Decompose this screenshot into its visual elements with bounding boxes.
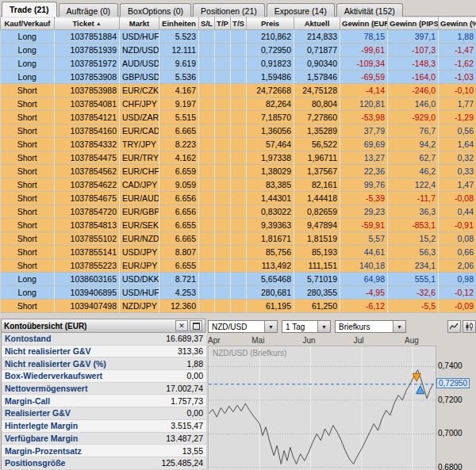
- instrument-select[interactable]: NZD/USD ▼: [208, 320, 278, 333]
- close-icon[interactable]: ✕: [175, 320, 188, 331]
- price-type-select[interactable]: Briefkurs ▼: [335, 320, 406, 333]
- cell-einheiten: 4.162: [159, 151, 199, 165]
- cell-side: Short: [1, 300, 55, 313]
- price-chart-plot[interactable]: NZD/USD (Briefkurs): [208, 346, 436, 470]
- tab-auftr-ge-0[interactable]: Aufträge (0): [59, 3, 118, 17]
- cell-gewinn-eur: -59,91: [340, 219, 388, 232]
- cell-ticket: 1037854160: [55, 124, 120, 138]
- cell-gewinn-pips: -929,0: [388, 111, 439, 124]
- cell-tp: [215, 84, 231, 97]
- cell-ticket: 1038603165: [55, 273, 120, 286]
- trade-row[interactable]: Long1037851939NZD/USD12.1110,729500,7187…: [1, 44, 476, 57]
- cell-einheiten: 6.665: [159, 232, 199, 246]
- tab-aktivit-t-152[interactable]: Aktivität (152): [336, 3, 403, 17]
- cell-gewinn-eur: -109,34: [340, 57, 388, 71]
- trade-row[interactable]: Short1037853988EUR/CZK4.16724,7266824,75…: [1, 84, 476, 97]
- trade-row[interactable]: Short1037854160EUR/CAD6.6651,360561,3528…: [1, 124, 476, 138]
- cell-gewinn-eur: 78,15: [340, 30, 388, 44]
- cell-preis: 280,681: [247, 286, 294, 300]
- cell-markt: TRY/JPY: [120, 138, 159, 151]
- column-header-gewinn-pct[interactable]: Gewinn (%): [439, 17, 476, 30]
- trade-row[interactable]: Short1037854813EUR/SEK6.6559,393639,4789…: [1, 219, 476, 232]
- window-glyph-icon: [193, 323, 200, 330]
- cell-ts: [231, 259, 247, 273]
- column-header-ticket[interactable]: Ticket▲: [55, 17, 120, 30]
- cell-side: Short: [1, 232, 55, 246]
- column-header-ts[interactable]: T/S: [231, 17, 247, 30]
- cell-side: Long: [1, 30, 55, 44]
- tab-trade-21[interactable]: Trade (21): [2, 2, 57, 17]
- trade-row[interactable]: Short1037854675EUR/AUD6.6561,443011,4441…: [1, 192, 476, 205]
- trade-row[interactable]: Long1038603165USD/DKK8.7215,654685,71019…: [1, 273, 476, 286]
- x-axis-label: Apr: [208, 336, 227, 345]
- cell-einheiten: 5.515: [159, 111, 199, 124]
- current-price-label: 0,72950: [436, 378, 470, 388]
- trade-row[interactable]: Short1037854081CHF/JPY9.19782,26480,8041…: [1, 97, 476, 111]
- trade-row[interactable]: Long1037851972AUD/USD9.6190,918230,90340…: [1, 57, 476, 71]
- column-header-gewinn-eur[interactable]: Gewinn (EUR): [340, 17, 388, 30]
- cell-ticket: 1039406895: [55, 286, 120, 300]
- cell-einheiten: 9.197: [159, 97, 199, 111]
- column-header-markt[interactable]: Markt: [120, 17, 159, 30]
- cell-tp: [215, 111, 231, 124]
- trade-row[interactable]: Short1037854475EUR/TRY4.1621,973381,9671…: [1, 151, 476, 165]
- x-axis-label: Jun: [303, 336, 322, 345]
- cell-aktuell: 85,193: [294, 246, 340, 259]
- cell-ticket: 1037854562: [55, 165, 120, 178]
- cell-gewinn-eur: 64,98: [340, 273, 388, 286]
- cell-markt: GBP/USD: [120, 71, 159, 84]
- trade-row[interactable]: Long1037853908GBP/USD5.5361,594861,57846…: [1, 71, 476, 84]
- cell-gewinn-eur: 120,81: [340, 97, 388, 111]
- cell-side: Long: [1, 44, 55, 57]
- cell-ticket: 1037854332: [55, 138, 120, 151]
- cell-tp: [215, 246, 231, 259]
- cell-side: Short: [1, 151, 55, 165]
- x-axis-label: Jul: [354, 336, 373, 345]
- cell-markt: USD/HUF: [120, 286, 159, 300]
- account-row: Nicht realisierter G&V (%)1,88: [2, 357, 206, 370]
- cell-ts: [231, 57, 247, 71]
- candlestick-chart-icon[interactable]: [463, 320, 476, 333]
- column-header-einheiten[interactable]: Einheiten: [159, 17, 199, 30]
- trade-row[interactable]: Short1037855102EUR/NZD6.6651,816711,8151…: [1, 232, 476, 246]
- cell-gewinn-pct: 0,08: [439, 232, 476, 246]
- cell-markt: EUR/TRY: [120, 151, 159, 165]
- cell-markt: NZD/USD: [120, 44, 159, 57]
- tab-boxoptions-0[interactable]: BoxOptions (0): [120, 3, 191, 17]
- chevron-down-icon: ▼: [317, 321, 330, 332]
- account-row-value: 17.002,74: [127, 382, 206, 395]
- tab-positionen-21[interactable]: Positionen (21): [193, 3, 265, 17]
- column-header-aktuell[interactable]: Aktuell: [294, 17, 340, 30]
- line-chart-icon[interactable]: [447, 320, 461, 333]
- trade-row[interactable]: Short1037855223EUR/JPY6.655113,492111,15…: [1, 259, 476, 273]
- detach-window-icon[interactable]: [190, 320, 202, 331]
- column-header-tp[interactable]: T/P: [215, 17, 231, 30]
- column-header-preis[interactable]: Preis: [247, 17, 294, 30]
- trade-row[interactable]: Long1039406895USD/HUF4.253280,681280,355…: [1, 286, 476, 300]
- column-header-sl[interactable]: S/L: [199, 17, 215, 30]
- chart-title: NZD/USD (Briefkurs): [213, 349, 286, 357]
- trade-row[interactable]: Short1037854332TRY/JPY8.22357,46456,5226…: [1, 138, 476, 151]
- cell-preis: 0,72950: [247, 44, 294, 57]
- trade-row[interactable]: Long1037851884USD/HUF5.523210,862214,833…: [1, 30, 476, 44]
- account-row: Margin-Prozentsatz13,55: [2, 445, 206, 457]
- account-row-value: 1,88: [127, 357, 206, 370]
- cell-tp: [215, 300, 231, 313]
- trade-row[interactable]: Short1037854562EUR/CHF6.6591,380291,3756…: [1, 165, 476, 178]
- column-header-gewinn-pips[interactable]: Gewinn (PIPS): [388, 17, 439, 30]
- cell-side: Short: [1, 219, 55, 232]
- cell-side: Short: [1, 97, 55, 111]
- cell-einheiten: 6.655: [159, 259, 199, 273]
- period-select[interactable]: 1 Tag ▼: [282, 320, 331, 333]
- trade-row[interactable]: Short1039407498NZD/JPY12.36061,19561,250…: [1, 300, 476, 313]
- cell-aktuell: 1,81519: [294, 232, 340, 246]
- cell-aktuell: 7,27860: [294, 111, 340, 124]
- cell-tp: [215, 232, 231, 246]
- column-header-side[interactable]: Kauf/Verkauf: [1, 17, 55, 30]
- tab-exposure-14[interactable]: Exposure (14): [267, 3, 335, 17]
- trade-row[interactable]: Short1037854121USD/ZAR5.5157,185707,2786…: [1, 111, 476, 124]
- trade-row[interactable]: Short1037855141USD/JPY8.80785,75685,1934…: [1, 246, 476, 259]
- trade-row[interactable]: Short1037854720EUR/GBP6.6560,830220,8265…: [1, 205, 476, 219]
- cell-einheiten: 12.111: [159, 44, 199, 57]
- trade-row[interactable]: Short1037854622CAD/JPY9.05983,38582,1619…: [1, 178, 476, 192]
